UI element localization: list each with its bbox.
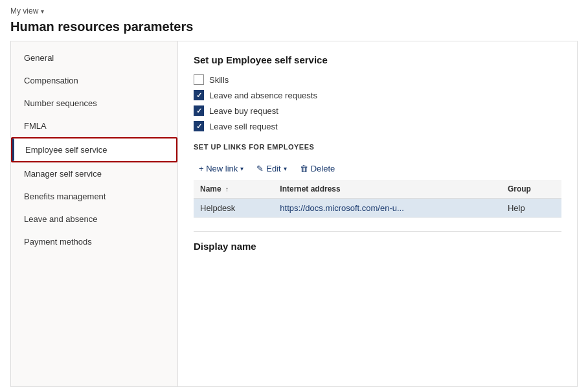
delete-button[interactable]: 🗑 Delete bbox=[295, 161, 341, 176]
sidebar-item-label: Employee self service bbox=[25, 145, 107, 155]
sidebar-item-label: Payment methods bbox=[24, 237, 92, 247]
chevron-down-icon: ▾ bbox=[41, 8, 44, 15]
sidebar-item-manager-self-service[interactable]: Manager self service bbox=[11, 162, 177, 185]
edit-button[interactable]: ✎ Edit ▾ bbox=[251, 161, 291, 176]
sidebar-item-label: Number sequences bbox=[24, 98, 97, 108]
sidebar-item-leave-and-absence[interactable]: Leave and absence bbox=[11, 208, 177, 230]
sidebar: General Compensation Number sequences FM… bbox=[11, 41, 178, 386]
sidebar-item-label: Compensation bbox=[24, 76, 78, 85]
toolbar: + New link ▾ ✎ Edit ▾ 🗑 Delete bbox=[194, 157, 561, 180]
sidebar-item-compensation[interactable]: Compensation bbox=[11, 69, 177, 92]
sidebar-item-label: General bbox=[24, 53, 54, 63]
edit-label: Edit bbox=[266, 164, 280, 173]
checkbox-box-leave-absence[interactable] bbox=[194, 90, 204, 100]
display-name-section: Display name bbox=[194, 231, 561, 252]
sidebar-item-payment-methods[interactable]: Payment methods bbox=[11, 230, 177, 253]
new-link-label: + New link bbox=[199, 164, 238, 173]
sidebar-item-label: Benefits management bbox=[24, 192, 106, 201]
checkbox-leave-sell[interactable]: Leave sell request bbox=[194, 121, 561, 131]
main-content: Set up Employee self service Skills Leav… bbox=[178, 41, 577, 386]
col-header-group[interactable]: Group bbox=[501, 180, 561, 199]
content-area: General Compensation Number sequences FM… bbox=[10, 41, 578, 387]
sidebar-item-number-sequences[interactable]: Number sequences bbox=[11, 92, 177, 115]
checkbox-label-skills: Skills bbox=[209, 75, 229, 85]
setup-title: Set up Employee self service bbox=[194, 54, 561, 65]
my-view-label: My view bbox=[10, 6, 38, 16]
page-title: Human resources parameters bbox=[10, 19, 578, 34]
edit-chevron-icon: ▾ bbox=[284, 165, 287, 172]
display-name-title: Display name bbox=[194, 241, 561, 252]
checkbox-box-skills[interactable] bbox=[194, 74, 204, 85]
sidebar-item-fmla[interactable]: FMLA bbox=[11, 115, 177, 137]
links-section-label: SET UP LINKS FOR EMPLOYEES bbox=[194, 143, 561, 151]
delete-label: Delete bbox=[311, 164, 335, 173]
checkbox-leave-absence[interactable]: Leave and absence requests bbox=[194, 90, 561, 100]
checkbox-label-leave-sell: Leave sell request bbox=[209, 122, 278, 131]
cell-group: Help bbox=[501, 199, 561, 218]
new-link-chevron-icon: ▾ bbox=[240, 165, 243, 172]
sidebar-item-label: FMLA bbox=[24, 121, 47, 131]
checkbox-group: Skills Leave and absence requests Leave … bbox=[194, 74, 561, 131]
checkbox-box-leave-sell[interactable] bbox=[194, 121, 204, 131]
links-table: Name ↑ Internet address Group Helpdesk bbox=[194, 180, 561, 218]
sort-icon-name: ↑ bbox=[225, 186, 229, 193]
sidebar-item-benefits-management[interactable]: Benefits management bbox=[11, 185, 177, 208]
checkbox-leave-buy[interactable]: Leave buy request bbox=[194, 105, 561, 116]
new-link-button[interactable]: + New link ▾ bbox=[194, 161, 249, 176]
col-header-name[interactable]: Name ↑ bbox=[194, 180, 273, 199]
col-header-internet-address[interactable]: Internet address bbox=[273, 180, 501, 199]
my-view-button[interactable]: My view ▾ bbox=[10, 6, 44, 16]
checkbox-label-leave-buy: Leave buy request bbox=[209, 106, 278, 116]
checkbox-skills[interactable]: Skills bbox=[194, 74, 561, 85]
table-row[interactable]: Helpdesk https://docs.microsoft.com/en-u… bbox=[194, 199, 561, 218]
checkbox-label-leave-absence: Leave and absence requests bbox=[209, 91, 317, 100]
sidebar-item-employee-self-service[interactable]: Employee self service bbox=[11, 137, 177, 162]
cell-internet-address: https://docs.microsoft.com/en-u... bbox=[273, 199, 501, 218]
checkbox-box-leave-buy[interactable] bbox=[194, 105, 204, 116]
internet-address-link[interactable]: https://docs.microsoft.com/en-u... bbox=[280, 203, 403, 213]
sidebar-item-label: Manager self service bbox=[24, 169, 102, 179]
sidebar-item-general[interactable]: General bbox=[11, 47, 177, 69]
cell-name: Helpdesk bbox=[194, 199, 273, 218]
sidebar-item-label: Leave and absence bbox=[24, 214, 97, 224]
edit-icon: ✎ bbox=[256, 164, 264, 173]
delete-icon: 🗑 bbox=[300, 164, 308, 173]
